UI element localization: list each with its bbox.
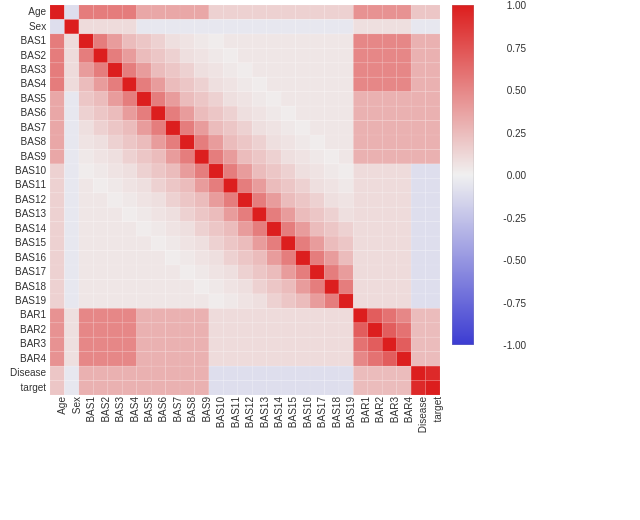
x-label-age: Age [57,397,67,415]
y-label-disease: Disease [10,366,46,380]
x-label-bas1: BAS1 [86,397,96,423]
x-label-bas7: BAS7 [173,397,183,423]
x-label-bas3: BAS3 [115,397,125,423]
x-label-bas13: BAS13 [260,397,270,428]
x-label-sex: Sex [72,397,82,414]
heatmap-canvas [50,5,440,395]
y-label-bas6: BAS6 [10,106,46,120]
y-label-age: Age [10,5,46,19]
y-label-bas17: BAS17 [10,265,46,279]
colorbar-tick-1: 1.00 [507,0,526,11]
heatmap-and-xlabels: AgeSexBAS1BAS2BAS3BAS4BAS5BAS6BAS7BAS8BA… [50,5,440,507]
colorbar-tick--0.5: -0.50 [503,255,526,266]
y-label-bas2: BAS2 [10,48,46,62]
y-label-bar2: BAR2 [10,323,46,337]
x-label-bas4: BAS4 [130,397,140,423]
y-label-bas7: BAS7 [10,121,46,135]
x-label-bas9: BAS9 [202,397,212,423]
y-label-bas12: BAS12 [10,193,46,207]
x-label-bas5: BAS5 [144,397,154,423]
colorbar-tick-0: 0.00 [507,170,526,181]
y-label-bas4: BAS4 [10,77,46,91]
x-labels: AgeSexBAS1BAS2BAS3BAS4BAS5BAS6BAS7BAS8BA… [50,397,440,507]
colorbar-tick-0.5: 0.50 [507,85,526,96]
y-label-bas1: BAS1 [10,34,46,48]
y-label-sex: Sex [10,19,46,33]
x-label-bas12: BAS12 [245,397,255,428]
y-label-bas15: BAS15 [10,236,46,250]
main-area: AgeSexBAS1BAS2BAS3BAS4BAS5BAS6BAS7BAS8BA… [10,5,440,507]
y-label-bas8: BAS8 [10,135,46,149]
x-label-bas15: BAS15 [288,397,298,428]
colorbar-area: 1.000.750.500.250.00-0.25-0.50-0.75-1.00 [452,5,526,395]
colorbar-tick--1: -1.00 [503,340,526,351]
x-label-bar4: BAR4 [404,397,414,423]
y-label-bas11: BAS11 [10,178,46,192]
x-label-bas16: BAS16 [303,397,313,428]
x-label-bar2: BAR2 [375,397,385,423]
x-label-bas14: BAS14 [274,397,284,428]
y-label-bas14: BAS14 [10,222,46,236]
y-label-target: target [10,380,46,394]
colorbar-row: 1.000.750.500.250.00-0.25-0.50-0.75-1.00 [452,5,526,345]
x-label-bas17: BAS17 [317,397,327,428]
colorbar-tick-0.25: 0.25 [507,127,526,138]
colorbar-canvas [452,5,474,345]
y-label-bas3: BAS3 [10,63,46,77]
y-label-bas19: BAS19 [10,294,46,308]
heatmap-with-ylabels: AgeSexBAS1BAS2BAS3BAS4BAS5BAS6BAS7BAS8BA… [10,5,440,507]
y-label-bas9: BAS9 [10,149,46,163]
y-labels: AgeSexBAS1BAS2BAS3BAS4BAS5BAS6BAS7BAS8BA… [10,5,50,395]
colorbar-tick--0.75: -0.75 [503,297,526,308]
y-label-bas13: BAS13 [10,207,46,221]
y-label-bas16: BAS16 [10,250,46,264]
x-label-bas18: BAS18 [332,397,342,428]
x-label-bar1: BAR1 [361,397,371,423]
colorbar-ticks: 1.000.750.500.250.00-0.25-0.50-0.75-1.00 [476,5,526,345]
colorbar-tick-0.75: 0.75 [507,42,526,53]
x-label-bas11: BAS11 [231,397,241,428]
y-label-bas18: BAS18 [10,279,46,293]
y-label-bas5: BAS5 [10,92,46,106]
x-label-bas2: BAS2 [101,397,111,423]
x-label-bas8: BAS8 [187,397,197,423]
y-label-bar1: BAR1 [10,308,46,322]
x-label-target: target [433,397,443,423]
y-label-bas10: BAS10 [10,164,46,178]
x-label-bas10: BAS10 [216,397,226,428]
colorbar-tick--0.25: -0.25 [503,212,526,223]
y-label-bar3: BAR3 [10,337,46,351]
y-label-bar4: BAR4 [10,352,46,366]
x-label-bar3: BAR3 [390,397,400,423]
chart-container: AgeSexBAS1BAS2BAS3BAS4BAS5BAS6BAS7BAS8BA… [10,5,630,515]
x-label-bas6: BAS6 [158,397,168,423]
x-label-disease: Disease [418,397,428,433]
x-label-bas19: BAS19 [346,397,356,428]
